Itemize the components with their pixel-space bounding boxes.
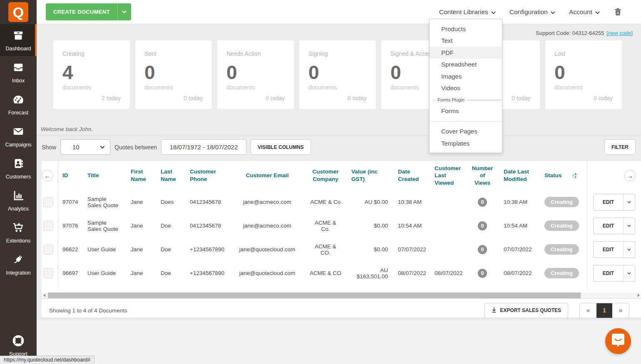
row-checkbox[interactable] bbox=[43, 221, 53, 231]
header-customer-phone[interactable]: Customer Phone bbox=[186, 161, 231, 190]
dropdown-item-images[interactable]: Images bbox=[430, 70, 502, 82]
menu-account[interactable]: Account bbox=[569, 8, 600, 16]
dropdown-item-videos[interactable]: Videos bbox=[430, 82, 502, 94]
edit-label[interactable]: EDIT bbox=[594, 218, 624, 234]
row-checkbox[interactable] bbox=[43, 197, 53, 207]
sidebar-item-campaigns[interactable]: Campaigns bbox=[0, 120, 37, 152]
visible-columns-button[interactable]: VISIBLE COLUMNS bbox=[251, 139, 311, 155]
create-document-button[interactable]: CREATE DOCUMENT bbox=[46, 3, 131, 20]
cell-last-name: Doe bbox=[157, 261, 186, 285]
chevron-down-icon bbox=[491, 8, 496, 16]
dropdown-item-spreadsheet[interactable]: Spreadsheet bbox=[430, 59, 502, 71]
sort-az-icon[interactable]: ↑AZ bbox=[571, 172, 576, 179]
edit-button[interactable]: EDIT bbox=[593, 265, 635, 282]
header-customer-email[interactable]: Customer Email bbox=[231, 161, 306, 190]
prev-page-button[interactable]: « bbox=[580, 303, 596, 318]
sidebar-item-customers[interactable]: Customers bbox=[0, 152, 37, 184]
edit-label[interactable]: EDIT bbox=[594, 242, 624, 258]
chevron-down-icon[interactable] bbox=[624, 265, 635, 281]
edit-button[interactable]: EDIT bbox=[593, 241, 635, 258]
scroll-left-button[interactable]: ← bbox=[42, 170, 53, 181]
sidebar-item-dashboard[interactable]: Dashboard bbox=[0, 24, 37, 56]
cell-value: $0.00 bbox=[347, 214, 394, 238]
edit-button[interactable]: EDIT bbox=[593, 194, 635, 210]
card-label: Creating bbox=[62, 50, 121, 57]
stat-card-sent[interactable]: Sent 0 documents 0 today bbox=[135, 40, 212, 109]
stat-card-creating[interactable]: Creating 4 documents 2 today bbox=[53, 40, 130, 109]
edit-label[interactable]: EDIT bbox=[594, 194, 624, 210]
sidebar-item-label: Customers bbox=[6, 174, 31, 180]
stat-card-needs-action[interactable]: Needs Action 0 documents 0 today bbox=[217, 40, 294, 109]
page-size-select[interactable]: 10 bbox=[60, 139, 110, 155]
archive-box-icon bbox=[12, 29, 25, 43]
header-title[interactable]: Title bbox=[83, 161, 127, 190]
cell-phone: 0412345678 bbox=[186, 214, 231, 238]
header-customer-last-viewed[interactable]: Customer Last Viewed bbox=[430, 161, 467, 190]
dropdown-divider bbox=[430, 121, 502, 121]
stat-card-lost[interactable]: Lost 0 documents 0 today bbox=[545, 40, 622, 109]
card-today: 0 today bbox=[348, 95, 367, 102]
horizontal-scrollbar[interactable] bbox=[42, 292, 641, 298]
current-page-button[interactable]: 1 bbox=[596, 303, 612, 318]
trash-icon[interactable] bbox=[614, 7, 622, 17]
header-id[interactable]: ID bbox=[58, 161, 83, 190]
dropdown-item-products[interactable]: Products bbox=[430, 23, 502, 35]
cell-phone: +1234567890 bbox=[186, 261, 231, 285]
sidebar-item-analytics[interactable]: Analytics bbox=[0, 184, 37, 216]
sidebar-item-extentions[interactable]: Extentions bbox=[0, 216, 37, 248]
table-row[interactable]: 96697 User Guide Jane Doe +1234567890 ja… bbox=[58, 261, 587, 285]
row-checkbox[interactable] bbox=[43, 268, 53, 278]
sidebar: Q Dashboard Inbox Forecast Campaigns Cus… bbox=[0, 0, 37, 364]
scrollbar-thumb[interactable] bbox=[48, 292, 581, 298]
header-date-created[interactable]: Date Created bbox=[394, 161, 430, 190]
menu-content-libraries[interactable]: Content Libraries bbox=[439, 8, 496, 16]
card-unit: documents bbox=[554, 84, 613, 91]
date-range-input[interactable] bbox=[161, 139, 246, 155]
header-customer-company[interactable]: Customer Company bbox=[306, 161, 347, 190]
cell-phone: +1234567890 bbox=[186, 238, 231, 261]
row-checkbox[interactable] bbox=[43, 245, 53, 255]
header-date-last-modified[interactable]: Date Last Modified bbox=[499, 161, 540, 190]
cell-date-modified: 10:54 AM bbox=[499, 214, 540, 238]
dropdown-item-forms[interactable]: Forms bbox=[430, 105, 502, 117]
stat-card-signing[interactable]: Signing 0 documents 0 today bbox=[299, 40, 376, 109]
export-sales-quotes-button[interactable]: EXPORT SALES QUOTES bbox=[484, 303, 568, 318]
dropdown-item-text[interactable]: Text bbox=[430, 35, 502, 47]
header-last-name[interactable]: Last Name bbox=[157, 161, 186, 190]
sidebar-item-inbox[interactable]: Inbox bbox=[0, 56, 37, 88]
cart-plus-icon bbox=[12, 221, 25, 235]
chevron-down-icon[interactable] bbox=[117, 3, 131, 20]
chevron-down-icon[interactable] bbox=[624, 242, 635, 258]
cell-id: 96697 bbox=[58, 261, 83, 285]
chat-widget-button[interactable] bbox=[605, 328, 631, 354]
table-row[interactable]: 97076 Sample Sales Quote Jane Doe 041234… bbox=[58, 214, 587, 238]
sidebar-item-integration[interactable]: Integration bbox=[0, 248, 37, 280]
dropdown-item-pdf[interactable]: PDF bbox=[430, 47, 502, 59]
showing-summary: Showing 1 to 4 of 4 Documents bbox=[49, 307, 127, 314]
new-code-link[interactable]: [new code] bbox=[606, 30, 633, 36]
dropdown-item-templates[interactable]: Templates bbox=[430, 137, 502, 149]
table-row[interactable]: 97074 Sample Sales Quote Jane Does 04123… bbox=[58, 190, 587, 214]
sidebar-item-forecast[interactable]: Forecast bbox=[0, 88, 37, 120]
chevron-down-icon[interactable] bbox=[624, 194, 635, 210]
table-row[interactable]: 96622 User Guide Jane Doe +1234567890 ja… bbox=[58, 238, 587, 261]
page-size-value: 10 bbox=[72, 144, 80, 151]
filter-button[interactable]: FILTER bbox=[604, 139, 636, 155]
dropdown-item-cover-pages[interactable]: Cover Pages bbox=[430, 126, 502, 138]
chevron-down-icon bbox=[595, 8, 600, 16]
quotecloud-logo[interactable]: Q bbox=[8, 2, 28, 22]
header-status[interactable]: Status ↑AZ bbox=[540, 161, 587, 190]
menu-configuration[interactable]: Configuration bbox=[509, 8, 555, 16]
scroll-right-button[interactable]: → bbox=[624, 170, 636, 181]
edit-button[interactable]: EDIT bbox=[593, 218, 635, 234]
header-first-name[interactable]: First Name bbox=[127, 161, 157, 190]
header-value[interactable]: Value (inc GST) bbox=[347, 161, 394, 190]
scrollbar-left-arrow-icon[interactable] bbox=[42, 292, 47, 298]
header-number-of-views[interactable]: Number of Views bbox=[467, 161, 499, 190]
card-label: Needs Action bbox=[226, 50, 285, 57]
chevron-down-icon[interactable] bbox=[624, 218, 635, 234]
next-page-button[interactable]: » bbox=[612, 303, 629, 318]
dashboard-content: Support Code: 04312-64255 [new code] Cre… bbox=[37, 24, 641, 320]
scrollbar-right-arrow-icon[interactable] bbox=[636, 292, 641, 298]
edit-label[interactable]: EDIT bbox=[594, 265, 624, 281]
